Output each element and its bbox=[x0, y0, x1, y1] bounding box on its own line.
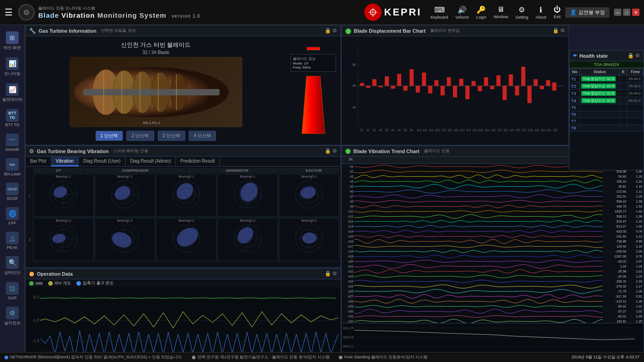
sidebar-item-sdof[interactable]: SDOF SDOF bbox=[1, 180, 24, 203]
health-t1-time: 35:24:2 bbox=[627, 75, 644, 83]
window-btn[interactable]: 🖥Window bbox=[493, 5, 508, 19]
blade-displacement-controls[interactable]: 🔒 ⚙ bbox=[553, 28, 565, 34]
health-t5-time bbox=[627, 104, 644, 111]
trend-peak-n16: 0.95 bbox=[628, 240, 644, 243]
sidebar-item-cff[interactable]: 🌀 CFF bbox=[1, 204, 24, 228]
svg-text:B31: B31 bbox=[547, 129, 552, 131]
health-t2-e bbox=[620, 83, 627, 90]
trend-wave-n6 bbox=[354, 189, 603, 194]
kepri-text: KEPRI bbox=[384, 6, 422, 18]
op-chart-area: -0.2 -1.0 -1.9 -2.7 2017-01-064h:00.241 bbox=[25, 287, 341, 362]
trend-wave-n26 bbox=[354, 289, 603, 294]
trend-label-n14: n14 bbox=[342, 230, 354, 233]
sidebar-item-btttd[interactable]: BTT TD BTT TD bbox=[1, 106, 24, 130]
stage-3-btn[interactable]: 3 단선택 bbox=[158, 131, 185, 141]
trend-wave-n14 bbox=[354, 229, 603, 234]
svg-text:B16: B16 bbox=[454, 129, 458, 131]
svg-rect-40 bbox=[441, 86, 445, 95]
tab-diag-admin[interactable]: Diag Result (Admin) bbox=[126, 157, 176, 166]
trend-dis-n18: -109.54 bbox=[603, 250, 628, 253]
health-t5-e bbox=[620, 104, 627, 111]
svg-point-126 bbox=[51, 233, 66, 244]
svg-text:B23: B23 bbox=[498, 129, 502, 131]
blade-trend-panel: ⬤ Blade Vibration Trend Chart 블레이드 진동 ⬤ … bbox=[341, 145, 644, 362]
bearing-gen-2a: Bearing4-2 bbox=[217, 218, 278, 261]
close-btn[interactable]: ✕ bbox=[632, 9, 639, 16]
trend-dis-n4: 108.10 bbox=[603, 180, 628, 183]
sidebar-item-main[interactable]: ⊞ 메인 화면 bbox=[1, 29, 24, 54]
sidebar-item-peak[interactable]: △ PEAK bbox=[1, 229, 24, 253]
sidebar-item-smooth[interactable]: 〰 Smooth bbox=[1, 131, 24, 154]
health-row-t6: T6 bbox=[570, 111, 644, 118]
bearing-vibration-controls[interactable]: 🔒 ⚙ bbox=[325, 148, 337, 154]
bearing-comp-2a-label: Bearing2-2 bbox=[95, 218, 155, 223]
svg-rect-48 bbox=[490, 86, 494, 89]
operation-data-header: ⬤ Operation Data 🔒 ⚙ bbox=[25, 268, 341, 279]
tab-bar-plot[interactable]: Bar Plot bbox=[25, 157, 51, 166]
trend-dis-n15: -191.92 bbox=[603, 235, 628, 238]
trend-label-n22: n22 bbox=[342, 270, 354, 273]
volume-btn[interactable]: 🔊Volumn bbox=[455, 5, 469, 20]
maximize-btn[interactable]: □ bbox=[623, 9, 630, 16]
health-state-panel: ❤ Health state 🔒 ⚙ TOA 3844324 No Status… bbox=[569, 50, 644, 170]
app-english-title: Blade Vibration Monitoring System versio… bbox=[38, 11, 200, 19]
kepri-logo-area: KEPRI bbox=[364, 4, 422, 21]
toa-badge: TOA 3844324 bbox=[569, 61, 644, 68]
bearing-row-1: 1 Bearing1-1 Bearing2-1 bbox=[27, 174, 339, 217]
operation-data-controls[interactable]: 🔒 ⚙ bbox=[325, 271, 337, 277]
polar-comp-2a bbox=[95, 223, 155, 254]
svg-rect-46 bbox=[478, 86, 482, 91]
blade-displacement-chart: 80 60 40 bbox=[343, 38, 567, 143]
tab-vibration[interactable]: Vibration bbox=[51, 157, 79, 166]
hamburger-menu[interactable]: ☰ bbox=[5, 7, 13, 18]
trend-wave-n21 bbox=[354, 264, 603, 269]
exit-btn[interactable]: ⏻Exit bbox=[553, 5, 561, 19]
colormap-area bbox=[307, 47, 320, 50]
polar-comp-2b bbox=[156, 223, 216, 254]
trend-label-n10: n10 bbox=[342, 210, 354, 213]
trend-peak-n18: 1.04 bbox=[628, 250, 644, 253]
gas-turbine-info-controls[interactable]: 🔒 ⚙ bbox=[325, 28, 337, 34]
svg-rect-54 bbox=[528, 86, 532, 103]
trend-row-n15: n15 -191.92 1.12 bbox=[342, 234, 644, 239]
keyboard-btn[interactable]: ⌨Keyboard bbox=[431, 5, 448, 20]
sidebar-item-monitor[interactable]: 📊 모니터링 bbox=[1, 55, 24, 79]
svg-text:B4: B4 bbox=[379, 129, 382, 131]
sidebar-item-gendata[interactable]: 📈 발전데이터 bbox=[1, 80, 24, 105]
stage-4-btn[interactable]: 4 단선택 bbox=[189, 131, 216, 141]
op-chart-svg: -0.2 -1.0 -1.9 -2.7 bbox=[25, 287, 341, 362]
svg-rect-52 bbox=[515, 86, 519, 95]
sidebar-item-iba[interactable]: IBA IBA,Lean bbox=[1, 155, 24, 179]
svg-text:B9: B9 bbox=[410, 129, 413, 131]
health-t6-no: T6 bbox=[570, 111, 580, 118]
trend-peak-n4: 1.31 bbox=[628, 180, 644, 183]
sidebar-item-install[interactable]: ⚙ 설치정보 bbox=[1, 304, 24, 329]
svg-point-102 bbox=[112, 183, 133, 203]
svg-rect-53 bbox=[521, 67, 525, 86]
sidebar-item-gap[interactable]: ⊡ GAP bbox=[1, 279, 24, 303]
trend-wave-n23 bbox=[354, 274, 603, 279]
login-btn[interactable]: 🔑Login bbox=[476, 5, 486, 20]
health-t8-no: T8 bbox=[570, 125, 580, 132]
svg-point-150 bbox=[302, 232, 317, 244]
about-btn[interactable]: ℹAbout bbox=[535, 5, 546, 20]
bearing-content: GT COMPRESSOR GENERATOR EXCITOR 1 Bearin… bbox=[25, 167, 341, 267]
trend-dis-n16: -738.85 bbox=[603, 240, 628, 243]
bearing-comp-1a: Bearing2-1 bbox=[95, 174, 155, 217]
stage-2-btn[interactable]: 2 단선택 bbox=[126, 131, 154, 141]
health-state-controls[interactable]: 🔒 ⚙ bbox=[628, 53, 640, 59]
setting-btn[interactable]: ⚙Setting bbox=[515, 5, 528, 20]
stage-1-btn[interactable]: 1 단선택 bbox=[96, 131, 123, 141]
minimize-btn[interactable]: — bbox=[614, 9, 621, 16]
tab-diag-user[interactable]: Diag Result (User) bbox=[79, 157, 126, 166]
trend-dis-n31: -62.01 bbox=[603, 315, 628, 318]
sidebar-item-diagnosis[interactable]: 🔍 상태진단 bbox=[1, 253, 24, 278]
tab-prediction[interactable]: Prediction Result bbox=[176, 157, 220, 166]
trend-row-n23: n23 -24.34 1.22 bbox=[342, 274, 644, 279]
trend-h-bl: BL bbox=[342, 157, 354, 163]
trend-dis-n7: 251.01 bbox=[603, 195, 628, 198]
trend-peak-n28: 1.26 bbox=[628, 300, 644, 303]
trend-label-n32: n32 bbox=[342, 320, 354, 323]
svg-text:B30: B30 bbox=[541, 129, 545, 131]
health-t7-status bbox=[580, 118, 620, 125]
